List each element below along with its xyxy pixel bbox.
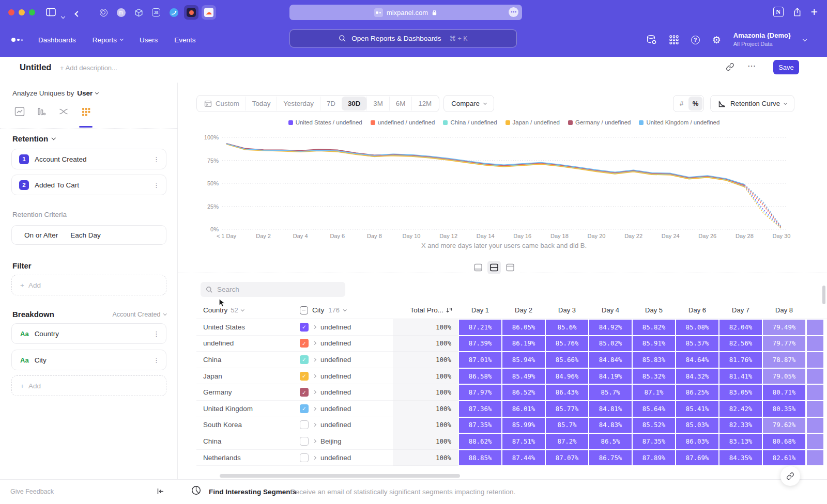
cell-day-value[interactable]: 87.97% <box>458 384 502 401</box>
column-header-day[interactable]: Day 2 <box>502 306 545 314</box>
help-icon[interactable]: ? <box>691 36 700 44</box>
sort-descending-icon[interactable] <box>446 307 452 313</box>
reader-extension-icon[interactable] <box>184 5 198 20</box>
expand-chevron-icon[interactable] <box>313 358 316 361</box>
cell-day-value[interactable]: 79.49% <box>762 319 806 336</box>
nav-item-dashboards[interactable]: Dashboards <box>38 36 76 44</box>
breakdown-event-selector[interactable]: Account Created <box>112 311 166 318</box>
column-header-country[interactable]: Country 52 <box>196 306 289 314</box>
close-window-button[interactable] <box>8 9 14 15</box>
cell-day-value[interactable]: 86.52% <box>502 384 545 401</box>
cell-day-value[interactable]: 87.39% <box>458 336 502 352</box>
expand-chevron-icon[interactable] <box>313 456 316 460</box>
cell-day-value[interactable]: 87.36% <box>458 401 502 417</box>
browser-sidebar-toggle-icon[interactable] <box>46 8 56 19</box>
cell-day-value[interactable]: 86.01% <box>502 401 545 417</box>
cell-day-value[interactable]: 84.96% <box>545 368 589 385</box>
browser-back-icon[interactable] <box>75 9 80 18</box>
cell-day-value[interactable]: 86.43% <box>545 384 589 401</box>
chart-only-view-icon[interactable] <box>471 261 485 274</box>
interesting-segments-title[interactable]: Find Interesting Segments <box>209 488 297 496</box>
retention-curve-chart[interactable]: 100%75%50%25%0%< 1 DayDay 2Day 4Day 6Day… <box>202 130 806 241</box>
cell-day-value[interactable]: 86.58% <box>458 368 502 385</box>
range-30d[interactable]: 30D <box>342 97 366 111</box>
column-header-day[interactable]: Day 8 <box>762 306 806 314</box>
column-header-day[interactable]: Day 6 <box>676 306 719 314</box>
collapse-sidebar-icon[interactable] <box>157 487 164 497</box>
retention-step-1[interactable]: 1 Account Created ⋮ <box>11 149 166 169</box>
table-row[interactable]: China✓undefined100%87.01%85.94%85.66%84.… <box>196 352 823 368</box>
cell-day-value[interactable]: 78.87% <box>762 352 806 368</box>
new-tab-icon[interactable]: + <box>811 7 818 17</box>
table-search[interactable] <box>201 282 345 297</box>
report-description-placeholder[interactable]: + Add description... <box>60 64 117 72</box>
column-header-city[interactable]: City 176 <box>289 306 393 314</box>
legend-item[interactable]: China / undefined <box>443 119 497 125</box>
cell-day-value[interactable]: 85.7% <box>545 417 589 434</box>
cell-day-value[interactable]: 85.03% <box>676 417 719 434</box>
cell-day-value[interactable]: 85.94% <box>502 352 545 368</box>
absolute-count-toggle[interactable]: # <box>675 97 688 111</box>
cell-day-value[interactable]: 79.05% <box>762 368 806 385</box>
cell-day-value[interactable]: 79.77% <box>762 336 806 352</box>
row-checkbox[interactable]: ✓ <box>300 404 309 413</box>
range-12m[interactable]: 12M <box>411 97 438 111</box>
cell-day-value[interactable]: 80.71% <box>762 384 806 401</box>
cell-day-value[interactable]: 86.19% <box>502 336 545 352</box>
percent-toggle[interactable]: % <box>688 97 702 111</box>
cell-day-value[interactable]: 85.02% <box>589 336 632 352</box>
table-row[interactable]: United States✓undefined100%87.21%86.05%8… <box>196 319 823 336</box>
cell-day-value[interactable]: 87.35% <box>632 433 676 450</box>
tab-flows[interactable] <box>58 106 69 117</box>
legend-item[interactable]: Germany / undefined <box>568 119 631 125</box>
add-filter-button[interactable]: + Add <box>11 275 166 295</box>
cell-day-value[interactable]: 85.7% <box>589 384 632 401</box>
nav-item-reports[interactable]: Reports <box>93 36 123 44</box>
range-3m[interactable]: 3M <box>366 97 389 111</box>
expand-chevron-icon[interactable] <box>313 439 316 443</box>
expand-chevron-icon[interactable] <box>313 407 316 411</box>
cell-day-value[interactable]: 82.61% <box>762 450 806 466</box>
range-yesterday[interactable]: Yesterday <box>277 97 320 111</box>
range-today[interactable]: Today <box>246 97 277 111</box>
cell-day-value[interactable]: 87.01% <box>458 352 502 368</box>
cell-day-value[interactable]: 85.6% <box>545 319 589 336</box>
cell-day-value[interactable]: 85.41% <box>676 401 719 417</box>
cell-day-value[interactable]: 88.85% <box>458 450 502 466</box>
project-selector[interactable]: Amazonia {Demo} All Project Data <box>733 32 791 48</box>
cell-day-value[interactable]: 87.35% <box>458 417 502 434</box>
bird-extension-icon[interactable] <box>166 5 181 20</box>
data-management-icon[interactable] <box>646 35 657 45</box>
kebab-menu-icon[interactable]: ⋮ <box>153 330 160 338</box>
cell-day-value[interactable]: 81.41% <box>719 368 762 385</box>
row-checkbox[interactable]: ✓ <box>300 339 309 348</box>
cell-day-value[interactable]: 87.89% <box>632 450 676 466</box>
nav-item-events[interactable]: Events <box>174 36 195 44</box>
cube-extension-icon[interactable] <box>131 5 146 20</box>
kebab-menu-icon[interactable]: ⋮ <box>153 356 160 364</box>
cell-day-value[interactable]: 80.35% <box>762 401 806 417</box>
table-row[interactable]: Japan✓undefined100%86.58%85.49%84.96%84.… <box>196 368 823 385</box>
range-6m[interactable]: 6M <box>389 97 411 111</box>
expand-chevron-icon[interactable] <box>313 390 316 394</box>
breakdown-city[interactable]: Aa City ⋮ <box>11 350 166 370</box>
cell-day-value[interactable]: 85.82% <box>632 319 676 336</box>
m-extension-icon[interactable]: m <box>114 5 128 20</box>
cell-day-value[interactable]: 85.32% <box>632 368 676 385</box>
expand-chevron-icon[interactable] <box>313 374 316 378</box>
tab-funnels[interactable] <box>36 106 47 117</box>
vertical-scrollbar[interactable] <box>822 286 825 304</box>
cell-day-value[interactable]: 85.08% <box>676 319 719 336</box>
nav-item-users[interactable]: Users <box>140 36 158 44</box>
row-checkbox[interactable] <box>300 420 309 429</box>
retention-step-2[interactable]: 2 Added To Cart ⋮ <box>11 175 166 195</box>
share-icon[interactable] <box>793 7 802 17</box>
cloud-extension-icon[interactable]: ☁ <box>202 5 216 20</box>
cell-day-value[interactable]: 82.42% <box>719 401 762 417</box>
table-row[interactable]: ChinaBeijing100%88.62%87.51%87.2%86.5%87… <box>196 433 823 450</box>
table-row[interactable]: undefined✓undefined100%87.39%86.19%85.76… <box>196 336 823 352</box>
js-extension-icon[interactable]: JS <box>149 5 163 20</box>
table-search-input[interactable] <box>217 286 331 293</box>
cell-day-value[interactable]: 87.44% <box>502 450 545 466</box>
table-row[interactable]: South Koreaundefined100%87.35%85.99%85.7… <box>196 417 823 434</box>
